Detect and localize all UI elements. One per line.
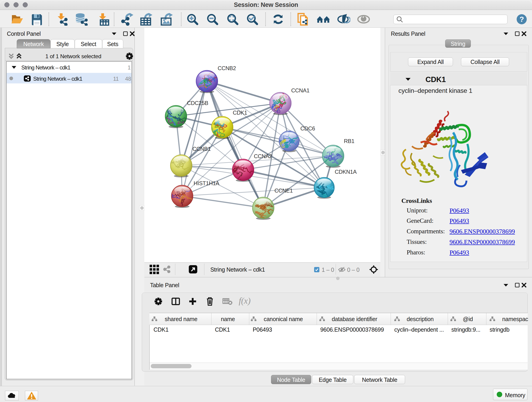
- svg-text:CCNB2: CCNB2: [218, 65, 236, 71]
- svg-text:HIST1H1A: HIST1H1A: [194, 180, 220, 186]
- svg-text:CCNB1: CCNB1: [192, 146, 211, 152]
- svg-text:CDC6: CDC6: [300, 125, 315, 132]
- svg-text:?: ?: [519, 15, 524, 23]
- svg-text:CDKN1A: CDKN1A: [335, 169, 357, 175]
- svg-text:CCNA2: CCNA2: [254, 153, 272, 159]
- svg-text:CCNE1: CCNE1: [274, 187, 293, 194]
- svg-text:CCNA1: CCNA1: [291, 87, 310, 94]
- svg-text:RB1: RB1: [344, 138, 355, 144]
- svg-text:CDC25B: CDC25B: [187, 100, 208, 106]
- svg-text:CDK1: CDK1: [233, 109, 247, 116]
